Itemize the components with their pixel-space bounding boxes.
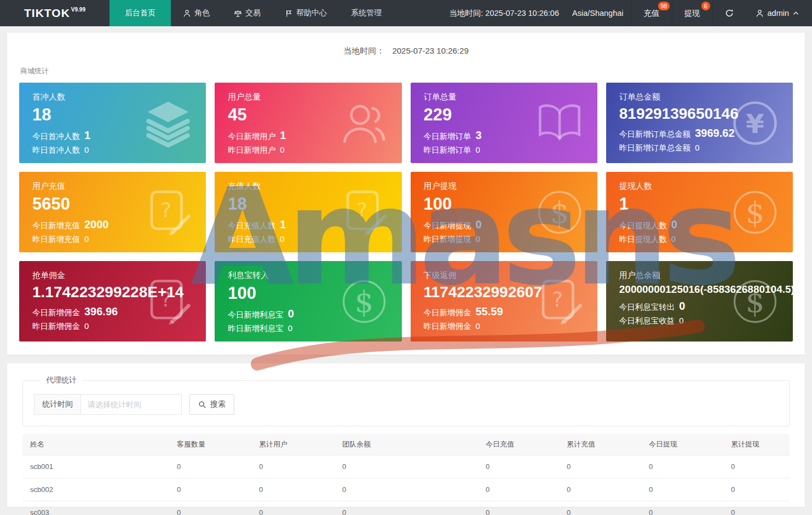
chevron-up-icon: [793, 11, 799, 15]
card-line-value: 0: [288, 308, 294, 319]
card-line-label: 今日新增订单总金额: [619, 130, 691, 138]
card-line-value: 1: [84, 130, 90, 141]
cell-value: 0: [335, 478, 478, 501]
card-line-label: 昨日新增订单总金额: [619, 144, 691, 152]
scales-icon: [234, 9, 242, 18]
user-menu[interactable]: admin: [746, 0, 812, 26]
stat-card-sub-rebate: 下级返佣 11742232992607 今日新增佣金55.59 昨日新增佣金0: [411, 261, 597, 342]
cell-value: 0: [251, 478, 335, 501]
top-navbar: TIKTOK V9.99 后台首页 角色 交易 帮助中心 系统管理 当地时间: …: [0, 0, 812, 26]
stat-card-interest-transfer-in: 利息宝转入 100 今日新增利息宝0 昨日新增利息宝0: [215, 261, 401, 342]
card-value: 5650: [32, 194, 193, 214]
table-row: scb001 0 0 0 0 0 0 0: [22, 455, 790, 478]
cell-value: 0: [641, 455, 723, 478]
card-line-value: 0: [671, 219, 677, 230]
nav-item-trade[interactable]: 交易: [222, 0, 273, 26]
card-line-value: 0: [84, 235, 89, 243]
stat-time-label: 统计时间: [34, 394, 81, 415]
card-line-label: 昨日充值人数: [228, 235, 275, 244]
agent-stats-panel: 代理统计 统计时间 搜索 姓名 客服数量 累计用户 团队余额 今日充值 累计充值…: [7, 363, 805, 507]
agent-table: 姓名 客服数量 累计用户 团队余额 今日充值 累计充值 今日提现 累计提现 sc…: [22, 434, 790, 515]
stat-card-recharge-users: 充值人数 18 今日充值人数1 昨日充值人数0: [215, 172, 401, 252]
nav-item-label: 系统管理: [351, 8, 382, 18]
stat-card-order-commission: 抢单佣金 1.174223299228E+14 今日新增佣金396.96 昨日新…: [19, 261, 206, 342]
withdraw-button[interactable]: 提现 6: [672, 0, 712, 26]
nav-item-help-center[interactable]: 帮助中心: [273, 0, 339, 26]
table-header-row: 姓名 客服数量 累计用户 团队余额 今日充值 累计充值 今日提现 累计提现: [22, 434, 790, 455]
card-line-value: 0: [476, 146, 480, 154]
card-value: 18: [32, 105, 193, 125]
card-line-label: 今日提现人数: [619, 222, 667, 230]
stat-card-user-recharge: 用户充值 5650 今日新增充值2000 昨日新增充值0: [19, 172, 206, 252]
card-line-label: 昨日新增订单: [424, 146, 471, 154]
shop-stats-title: 商城统计: [20, 66, 793, 76]
stat-card-user-withdraw: 用户提现 100 今日新增提现0 昨日新增提现0: [411, 172, 597, 252]
card-value: 20000000125016(-8583626880104.5): [619, 283, 780, 296]
card-line-label: 昨日首冲人数: [32, 146, 80, 154]
nav-item-dashboard[interactable]: 后台首页: [110, 0, 171, 26]
card-line-value: 3969.62: [695, 128, 734, 138]
username: admin: [768, 9, 790, 18]
main-menu: 后台首页 角色 交易 帮助中心 系统管理: [110, 0, 394, 26]
card-line-value: 0: [280, 146, 284, 154]
card-value: 100: [228, 283, 388, 303]
flag-icon: [285, 9, 293, 18]
nav-item-label: 交易: [245, 8, 261, 18]
cell-value: 0: [169, 455, 251, 478]
cell-value: 0: [478, 478, 559, 501]
card-line-label: 今日新增充值: [32, 222, 80, 230]
cell-value: 0: [251, 501, 335, 515]
person-icon: [183, 9, 191, 18]
col-header-today-recharge: 今日充值: [478, 434, 559, 455]
card-line-label: 今日首冲人数: [32, 132, 80, 141]
cell-name: scb002: [22, 478, 169, 501]
card-line-label: 今日新增用户: [228, 132, 275, 141]
user-icon: [756, 9, 764, 18]
card-line-value: 3: [476, 130, 482, 141]
card-value: 1: [619, 194, 780, 214]
card-line-value: 0: [288, 324, 292, 332]
card-line-label: 今日充值人数: [228, 222, 275, 230]
nav-item-label: 角色: [194, 8, 210, 18]
cell-value: 0: [335, 455, 478, 478]
refresh-button[interactable]: [712, 0, 746, 26]
card-value: 45: [228, 105, 388, 125]
cell-value: 0: [641, 478, 723, 501]
nav-item-label: 帮助中心: [296, 8, 327, 18]
panel-local-time: 当地时间： 2025-07-23 10:26:29: [19, 42, 793, 64]
card-value: 229: [424, 105, 584, 125]
card-line-value: 2000: [84, 219, 109, 230]
stat-time-input[interactable]: [80, 394, 182, 415]
card-value: 100: [424, 194, 584, 214]
stat-card-withdraw-users: 提现人数 1 今日提现人数0 昨日提现人数0: [606, 172, 793, 252]
nav-item-roles[interactable]: 角色: [171, 0, 222, 26]
card-line-value: 0: [84, 322, 89, 330]
cell-value: 0: [169, 478, 251, 501]
card-line-label: 昨日新增用户: [228, 146, 275, 154]
col-header-total-withdraw: 累计提现: [723, 434, 790, 455]
card-line-label: 今日新增利息宝: [228, 311, 284, 319]
app-logo-text: TIKTOK: [24, 7, 70, 20]
card-line-label: 昨日新增利息宝: [228, 325, 284, 333]
search-button[interactable]: 搜索: [189, 394, 234, 415]
card-line-value: 0: [476, 219, 482, 230]
col-header-total-recharge: 累计充值: [559, 434, 641, 455]
table-row: sc003 0 0 0 0 0 0 0: [22, 501, 790, 515]
card-line-value: 396.96: [84, 306, 118, 317]
nav-item-system[interactable]: 系统管理: [339, 0, 394, 26]
col-header-today-withdraw: 今日提现: [641, 434, 723, 455]
cell-value: 0: [723, 455, 790, 478]
refresh-icon: [725, 9, 734, 18]
agent-filter-row: 统计时间 搜索: [34, 394, 778, 415]
stat-card-order-total-amount: 订单总金额 81929139650146 今日新增订单总金额3969.62 昨日…: [606, 83, 793, 163]
app-logo: TIKTOK V9.99: [0, 0, 110, 26]
card-line-label: 今日新增提现: [424, 222, 471, 230]
recharge-button[interactable]: 充值 98: [631, 0, 672, 26]
card-line-value: 0: [476, 235, 480, 243]
card-line-value: 0: [280, 235, 284, 243]
cell-value: 0: [335, 501, 478, 515]
col-header-team-balance: 团队余额: [335, 434, 478, 455]
card-line-value: 0: [679, 316, 683, 325]
cell-name: sc003: [22, 501, 169, 515]
card-line-value: 0: [695, 143, 699, 152]
